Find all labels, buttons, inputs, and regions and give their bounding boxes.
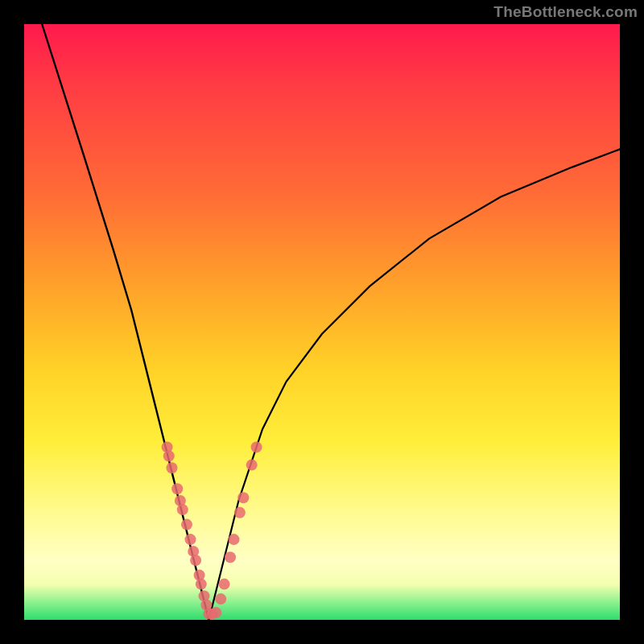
marker-dot: [210, 607, 221, 618]
marker-dot: [171, 483, 183, 494]
marker-dot: [190, 555, 201, 566]
marker-group: [162, 441, 262, 619]
marker-dot: [225, 551, 236, 563]
marker-dot: [246, 460, 258, 471]
marker-dot: [251, 441, 262, 452]
chart-svg: [24, 24, 620, 620]
marker-dot: [237, 492, 249, 503]
marker-dot: [215, 593, 226, 605]
watermark-text: TheBottleneck.com: [493, 3, 638, 21]
marker-dot: [196, 579, 207, 590]
marker-dot: [219, 579, 230, 590]
marker-dot: [229, 534, 240, 545]
marker-dot: [185, 534, 196, 545]
plot-area: [24, 24, 620, 620]
marker-dot: [167, 462, 178, 473]
curve-left-branch: [42, 24, 208, 620]
marker-dot: [163, 451, 175, 462]
marker-dot: [181, 519, 192, 530]
curve-right-branch: [208, 149, 620, 620]
chart-frame: TheBottleneck.com: [0, 0, 644, 644]
marker-dot: [234, 507, 246, 518]
marker-dot: [177, 504, 188, 515]
